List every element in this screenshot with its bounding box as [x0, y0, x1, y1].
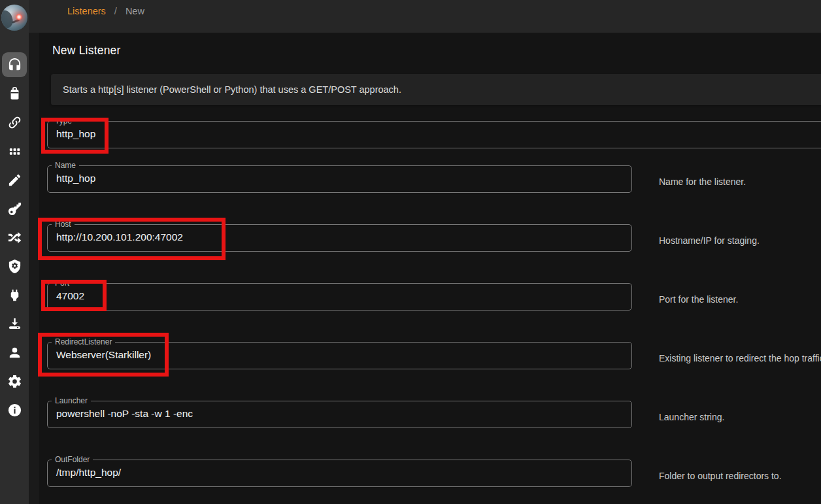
name-help-text: Name for the listener.: [659, 176, 746, 187]
launcher-help-text: Launcher string.: [659, 412, 724, 422]
shield-gear-icon: [7, 259, 22, 274]
starkiller-logo: [1, 5, 27, 31]
sidebar-item-modules[interactable]: [0, 137, 29, 165]
page-title: New Listener: [52, 44, 121, 58]
logo-helm-shape: [1, 8, 15, 31]
launcher-field[interactable]: Launcher powershell -noP -sta -w 1 -enc: [47, 396, 632, 428]
port-field-value: 47002: [56, 290, 631, 302]
host-field[interactable]: Host http://10.200.101.200:47002: [47, 220, 632, 252]
name-field-label: Name: [52, 161, 79, 170]
pencil-icon: [7, 173, 22, 188]
host-field-value: http://10.200.101.200:47002: [56, 231, 631, 243]
user-icon: [7, 345, 22, 360]
out-folder-field-label: OutFolder: [52, 455, 93, 464]
sidebar-item-listeners[interactable]: [0, 50, 29, 79]
sidebar-item-pencil[interactable]: [0, 165, 29, 194]
name-field-value: http_hop: [56, 173, 631, 184]
type-field[interactable]: Type http_hop: [47, 116, 821, 148]
main-area: New Listener Starts a http[s] listener (…: [29, 33, 821, 504]
shuffle-icon: [7, 230, 22, 245]
port-field[interactable]: Port 47002: [47, 278, 632, 311]
grid-dots-icon: [7, 144, 22, 159]
field-row-launcher: Launcher powershell -noP -sta -w 1 -enc …: [47, 396, 821, 442]
sidebar-nav: [0, 50, 29, 424]
breadcrumb-listeners-link[interactable]: Listeners: [67, 6, 106, 16]
sidebar-item-malleable-profiles[interactable]: [0, 252, 29, 280]
sidebar-item-shuffle[interactable]: [0, 223, 29, 252]
new-listener-panel: New Listener Starts a http[s] listener (…: [39, 33, 821, 504]
power-plug-icon: [7, 288, 22, 303]
link-icon: [7, 115, 22, 130]
key-icon: [7, 201, 22, 216]
sidebar-item-about[interactable]: [0, 395, 29, 424]
logo-red-eye: [16, 14, 22, 20]
name-field[interactable]: Name http_hop: [47, 161, 632, 193]
sidebar-item-credentials[interactable]: [0, 194, 29, 223]
listener-description-card: Starts a http[s] listener (PowerShell or…: [51, 74, 821, 105]
sidebar-item-link[interactable]: [0, 108, 29, 137]
host-field-label: Host: [52, 220, 75, 229]
headphones-icon: [7, 58, 22, 73]
field-row-out-folder: OutFolder /tmp/http_hop/ Folder to outpu…: [47, 455, 821, 501]
listener-description-text: Starts a http[s] listener (PowerShell or…: [63, 84, 401, 95]
launcher-field-value: powershell -noP -sta -w 1 -enc: [56, 408, 631, 420]
breadcrumb-current: New: [126, 6, 144, 16]
redirect-listener-field-label: RedirectListener: [52, 337, 115, 346]
type-field-label: Type: [52, 116, 75, 126]
top-bar: Listeners / New: [29, 0, 821, 33]
port-help-text: Port for the listener.: [659, 294, 738, 305]
out-folder-help-text: Folder to output redirectors to.: [659, 471, 782, 481]
type-field-value: http_hop: [56, 128, 821, 140]
field-row-type: Type http_hop: [47, 116, 821, 162]
sidebar-item-briefcase[interactable]: [0, 79, 29, 108]
redirect-listener-field-value: Webserver(Starkiller): [56, 349, 631, 361]
field-row-redirect-listener: RedirectListener Webserver(Starkiller) E…: [47, 337, 821, 383]
briefcase-icon: [7, 86, 22, 101]
sidebar-item-downloads[interactable]: [0, 309, 29, 338]
field-row-port: Port 47002 Port for the listener.: [47, 278, 821, 324]
gear-icon: [7, 374, 22, 389]
sidebar-item-plugins[interactable]: [0, 280, 29, 309]
sidebar: [0, 0, 29, 504]
out-folder-field-value: /tmp/http_hop/: [56, 467, 631, 479]
sidebar-item-users[interactable]: [0, 338, 29, 367]
field-row-host: Host http://10.200.101.200:47002 Hostnam…: [47, 220, 821, 265]
host-help-text: Hostname/IP for staging.: [659, 235, 760, 246]
breadcrumb-separator: /: [114, 6, 117, 16]
sidebar-item-settings[interactable]: [0, 367, 29, 395]
port-field-label: Port: [52, 278, 73, 288]
field-row-name: Name http_hop Name for the listener.: [47, 161, 821, 207]
redirect-listener-field[interactable]: RedirectListener Webserver(Starkiller): [47, 337, 632, 369]
download-icon: [7, 316, 22, 331]
info-icon: [7, 403, 22, 418]
out-folder-field[interactable]: OutFolder /tmp/http_hop/: [47, 455, 632, 487]
launcher-field-label: Launcher: [52, 396, 91, 405]
redirect-listener-help-text: Existing listener to redirect the hop tr…: [659, 353, 821, 363]
breadcrumb: Listeners / New: [67, 6, 144, 16]
